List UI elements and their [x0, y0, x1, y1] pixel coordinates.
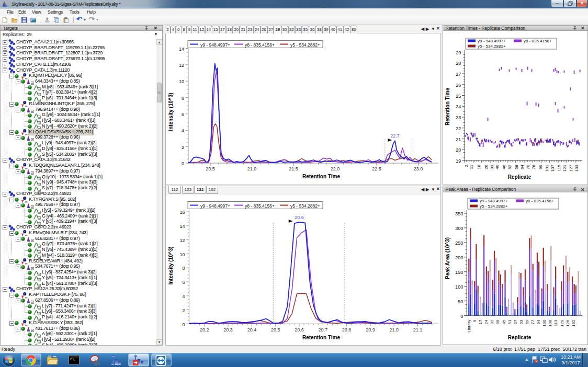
svg-text:y8 - 835.4156+: y8 - 835.4156+ [245, 203, 275, 208]
svg-text:350: 350 [455, 211, 463, 216]
svg-text:20.6: 20.6 [295, 215, 304, 220]
svg-text:y8 - 835.4156+: y8 - 835.4156+ [245, 42, 275, 47]
svg-text:107: 107 [550, 164, 555, 171]
svg-text:45: 45 [502, 319, 506, 324]
svg-text:Retention Time: Retention Time [302, 174, 340, 179]
svg-text:33: 33 [490, 164, 494, 169]
svg-text:14: 14 [179, 223, 185, 228]
svg-text:20.9: 20.9 [366, 327, 375, 332]
svg-text:126: 126 [566, 319, 570, 327]
svg-text:113: 113 [553, 319, 558, 326]
svg-text:y8 - 835.4156+: y8 - 835.4156+ [524, 39, 552, 43]
svg-text:20.5: 20.5 [206, 166, 215, 171]
svg-text:12: 12 [179, 62, 184, 67]
svg-text:Intensity (10^3): Intensity (10^3) [168, 246, 174, 284]
svg-text:Intensity (10^3): Intensity (10^3) [168, 93, 174, 131]
svg-text:27: 27 [456, 72, 461, 77]
svg-text:21.1: 21.1 [413, 327, 423, 332]
svg-text:y5 - 534.2882+: y5 - 534.2882+ [290, 203, 320, 208]
svg-text:69: 69 [525, 319, 529, 324]
svg-text:y9 - 948.4997+: y9 - 948.4997+ [200, 42, 230, 47]
svg-text:Retention Time: Retention Time [302, 334, 340, 340]
svg-text:6: 6 [182, 111, 184, 117]
svg-text:6: 6 [182, 280, 185, 285]
svg-text:y9 - 948.4997+: y9 - 948.4997+ [478, 39, 506, 43]
svg-text:21.5: 21.5 [289, 166, 298, 171]
svg-text:20.6: 20.6 [295, 327, 304, 332]
svg-text:y5 - 534.2882+: y5 - 534.2882+ [480, 204, 508, 209]
svg-text:24: 24 [484, 319, 489, 324]
svg-text:18: 18 [477, 164, 481, 169]
svg-text:10: 10 [179, 79, 184, 84]
svg-text:94: 94 [536, 319, 541, 324]
svg-text:200: 200 [455, 255, 463, 260]
svg-text:39: 39 [495, 319, 500, 324]
svg-text:58: 58 [514, 164, 519, 169]
svg-text:46: 46 [502, 164, 506, 169]
svg-text:26: 26 [484, 164, 489, 169]
svg-text:32: 32 [490, 319, 494, 324]
svg-text:115: 115 [557, 164, 561, 171]
svg-text:26: 26 [456, 82, 461, 87]
svg-text:9: 9 [472, 319, 477, 322]
svg-text:16: 16 [179, 210, 185, 215]
svg-text:12: 12 [179, 237, 185, 243]
svg-text:Peak Area (10^3): Peak Area (10^3) [445, 237, 450, 279]
svg-text:22: 22 [456, 125, 461, 131]
svg-text:250: 250 [455, 240, 463, 246]
svg-text:0: 0 [182, 161, 184, 166]
svg-text:51: 51 [507, 319, 512, 324]
svg-text:y5 - 534.2882+: y5 - 534.2882+ [290, 42, 320, 47]
svg-text:2: 2 [182, 307, 185, 313]
svg-text:y8 - 835.4156+: y8 - 835.4156+ [526, 199, 554, 203]
svg-text:4: 4 [182, 128, 184, 133]
svg-text:21.0: 21.0 [389, 327, 399, 332]
svg-text:50: 50 [458, 299, 463, 304]
svg-text:21: 21 [456, 136, 461, 142]
svg-text:29: 29 [456, 50, 461, 55]
svg-text:52: 52 [507, 164, 512, 169]
svg-text:24: 24 [456, 104, 461, 109]
svg-text:70: 70 [526, 164, 530, 169]
svg-text:100: 100 [542, 319, 547, 327]
svg-text:40: 40 [495, 164, 500, 169]
svg-text:95: 95 [538, 164, 543, 169]
svg-text:8: 8 [182, 95, 184, 100]
svg-text:11: 11 [469, 164, 474, 169]
svg-text:22.7: 22.7 [390, 133, 400, 139]
svg-text:y5 - 534.2882+: y5 - 534.2882+ [478, 44, 506, 49]
svg-text:20.3: 20.3 [223, 327, 233, 332]
svg-text:19: 19 [456, 158, 461, 164]
svg-text:0: 0 [460, 314, 463, 319]
svg-text:Replicate: Replicate [507, 335, 531, 340]
svg-text:127: 127 [569, 164, 573, 171]
svg-text:20.8: 20.8 [342, 327, 352, 332]
svg-text:17: 17 [478, 319, 483, 324]
svg-text:101: 101 [545, 164, 549, 171]
svg-text:21.0: 21.0 [247, 166, 257, 171]
svg-text:20: 20 [456, 147, 461, 153]
svg-text:20.4: 20.4 [247, 327, 257, 332]
svg-text:78: 78 [532, 164, 536, 169]
svg-text:121: 121 [562, 164, 567, 171]
svg-text:y9 - 948.4997+: y9 - 948.4997+ [480, 199, 508, 203]
svg-text:133: 133 [574, 164, 579, 171]
svg-text:63: 63 [519, 319, 524, 324]
svg-text:23.0: 23.0 [414, 166, 423, 171]
svg-text:Library: Library [467, 320, 471, 332]
svg-text:Replicate: Replicate [507, 174, 531, 180]
svg-text:8: 8 [182, 266, 185, 271]
svg-text:108: 108 [548, 319, 552, 327]
svg-text:22.0: 22.0 [331, 166, 340, 171]
svg-text:10: 10 [179, 251, 185, 257]
svg-text:2: 2 [182, 144, 184, 150]
svg-text:64: 64 [520, 164, 525, 169]
svg-text:25: 25 [456, 93, 461, 98]
svg-text:120: 120 [560, 319, 564, 327]
svg-text:20.2: 20.2 [200, 327, 209, 332]
svg-text:300: 300 [455, 226, 463, 231]
svg-text:28: 28 [456, 61, 461, 66]
svg-text:132: 132 [571, 319, 576, 327]
svg-text:y9 - 948.4997+: y9 - 948.4997+ [200, 203, 230, 208]
svg-text:150: 150 [455, 270, 463, 275]
